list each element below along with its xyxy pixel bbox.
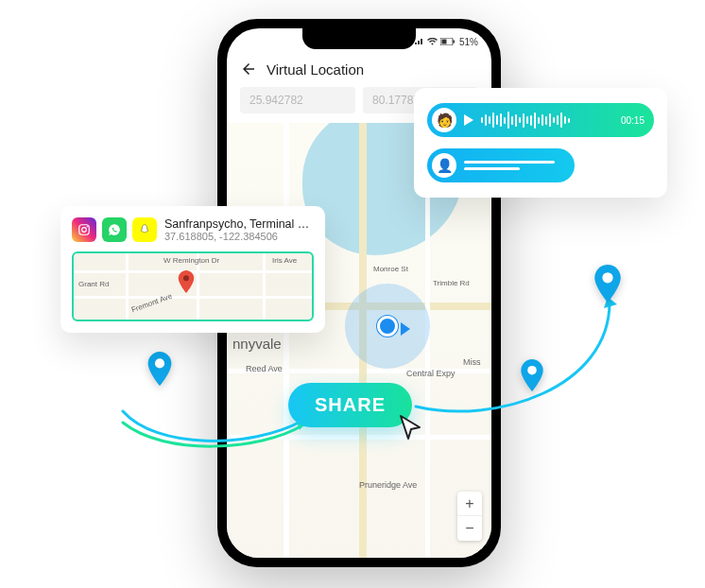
social-icons bbox=[72, 217, 157, 242]
cursor-icon bbox=[399, 414, 423, 441]
svg-rect-2 bbox=[453, 41, 455, 43]
location-coordinates: 37.618805, -122.384506 bbox=[164, 231, 314, 242]
zoom-out-button[interactable]: − bbox=[457, 516, 482, 541]
map-label-reed: Reed Ave bbox=[246, 364, 283, 373]
app-header: Virtual Location bbox=[227, 55, 491, 87]
play-icon[interactable] bbox=[464, 114, 473, 126]
back-arrow-icon[interactable] bbox=[240, 61, 257, 78]
avatar: 👤 bbox=[432, 153, 456, 178]
svg-point-6 bbox=[183, 275, 189, 281]
svg-rect-1 bbox=[441, 40, 446, 44]
mini-map[interactable]: W Remington Dr Fremont Ave Iris Ave Gran… bbox=[72, 251, 314, 321]
share-button[interactable]: SHARE bbox=[288, 383, 412, 427]
voice-duration: 00:15 bbox=[621, 115, 645, 126]
mini-label-grant: Grant Rd bbox=[78, 280, 109, 288]
map-pin-icon bbox=[593, 265, 622, 306]
map-label-monroe: Monroe St bbox=[373, 265, 408, 273]
svg-point-9 bbox=[602, 272, 612, 283]
whatsapp-icon[interactable] bbox=[102, 217, 127, 242]
svg-point-8 bbox=[527, 366, 537, 375]
svg-point-7 bbox=[155, 358, 164, 368]
voice-message-bubble[interactable]: 🧑 00:15 bbox=[427, 103, 654, 137]
map-pin-icon bbox=[146, 352, 173, 389]
signal-icon bbox=[415, 38, 424, 45]
wifi-icon bbox=[427, 38, 438, 45]
status-icons bbox=[415, 38, 456, 45]
battery-icon bbox=[440, 38, 456, 45]
text-message-bubble[interactable]: 👤 bbox=[427, 148, 575, 182]
zoom-controls: + − bbox=[457, 492, 482, 541]
phone-notch bbox=[302, 28, 416, 49]
location-card: Sanfranpsycho, Terminal 3, San … 37.6188… bbox=[60, 206, 325, 333]
instagram-icon[interactable] bbox=[72, 217, 96, 242]
map-label-sunnyvale: nnyvale bbox=[232, 336, 282, 352]
page-title: Virtual Location bbox=[267, 61, 364, 78]
latitude-input[interactable]: 25.942782 bbox=[240, 87, 355, 113]
chat-card: 🧑 00:15 👤 bbox=[414, 88, 667, 198]
mini-label-iris: Iris Ave bbox=[272, 256, 297, 265]
svg-point-5 bbox=[87, 226, 88, 227]
orbit-arrow-left bbox=[118, 383, 307, 458]
location-title: Sanfranpsycho, Terminal 3, San … bbox=[164, 217, 314, 231]
text-lines-placeholder bbox=[464, 161, 565, 170]
zoom-in-button[interactable]: + bbox=[457, 492, 482, 516]
mini-label-remington: W Remington Dr bbox=[163, 256, 219, 265]
waveform-icon bbox=[481, 112, 613, 129]
map-label-pruneridge: Pruneridge Ave bbox=[359, 480, 417, 490]
battery-percentage: 51% bbox=[459, 37, 478, 47]
mini-map-pin-icon bbox=[178, 270, 195, 293]
snapchat-icon[interactable] bbox=[132, 217, 157, 242]
svg-point-4 bbox=[82, 228, 87, 233]
avatar: 🧑 bbox=[432, 108, 456, 132]
map-pin-icon bbox=[520, 359, 544, 395]
